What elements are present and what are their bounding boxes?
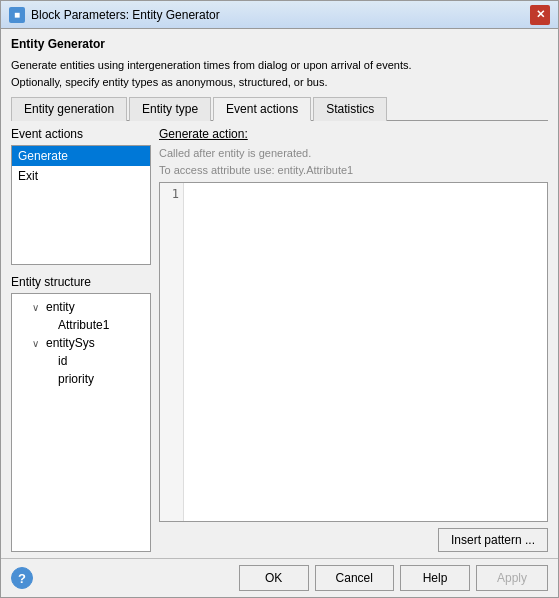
help-button[interactable]: Help bbox=[400, 565, 470, 591]
chevron-icon-entity: ∨ bbox=[32, 302, 44, 313]
tree-item-attribute1: Attribute1 bbox=[16, 316, 146, 334]
tab-entity-type[interactable]: Entity type bbox=[129, 97, 211, 121]
help-icon-button[interactable]: ? bbox=[11, 567, 33, 589]
left-panel: Event actions Generate Exit Entity struc… bbox=[11, 127, 151, 552]
bottom-bar: ? OK Cancel Help Apply bbox=[1, 558, 558, 597]
tab-event-actions[interactable]: Event actions bbox=[213, 97, 311, 121]
title-bar: ■ Block Parameters: Entity Generator ✕ bbox=[1, 1, 558, 29]
tree-item-priority: priority bbox=[16, 370, 146, 388]
hint-line1: Called after entity is generated. bbox=[159, 145, 548, 162]
right-panel: Generate action: Called after entity is … bbox=[159, 127, 548, 552]
chevron-icon-entitysys: ∨ bbox=[32, 338, 44, 349]
description: Generate entities using intergeneration … bbox=[11, 57, 548, 90]
tab-statistics[interactable]: Statistics bbox=[313, 97, 387, 121]
action-hint: Called after entity is generated. To acc… bbox=[159, 145, 548, 178]
title-bar-left: ■ Block Parameters: Entity Generator bbox=[9, 7, 220, 23]
event-list[interactable]: Generate Exit bbox=[11, 145, 151, 265]
tree-item-entity: ∨ entity bbox=[16, 298, 146, 316]
tabs-container: Entity generation Entity type Event acti… bbox=[11, 96, 548, 121]
window-title: Block Parameters: Entity Generator bbox=[31, 8, 220, 22]
code-editor[interactable]: 1 bbox=[159, 182, 548, 522]
description-line2: Optionally, specify entity types as anon… bbox=[11, 74, 548, 91]
window-icon: ■ bbox=[9, 7, 25, 23]
insert-pattern-button[interactable]: Insert pattern ... bbox=[438, 528, 548, 552]
entity-tree: ∨ entity Attribute1 ∨ entitySys id bbox=[11, 293, 151, 552]
tab-entity-generation[interactable]: Entity generation bbox=[11, 97, 127, 121]
generate-action-label: Generate action: bbox=[159, 127, 548, 141]
close-button[interactable]: ✕ bbox=[530, 5, 550, 25]
insert-pattern-row: Insert pattern ... bbox=[159, 528, 548, 552]
event-item-exit[interactable]: Exit bbox=[12, 166, 150, 186]
dialog-body: Entity Generator Generate entities using… bbox=[1, 29, 558, 558]
description-line1: Generate entities using intergeneration … bbox=[11, 57, 548, 74]
bottom-buttons: OK Cancel Help Apply bbox=[239, 565, 548, 591]
section-title: Entity Generator bbox=[11, 37, 548, 51]
apply-button[interactable]: Apply bbox=[476, 565, 548, 591]
code-input[interactable] bbox=[184, 183, 547, 521]
event-actions-label: Event actions bbox=[11, 127, 151, 141]
line-numbers: 1 bbox=[160, 183, 184, 521]
event-item-generate[interactable]: Generate bbox=[12, 146, 150, 166]
hint-line2: To access attribute use: entity.Attribut… bbox=[159, 162, 548, 179]
ok-button[interactable]: OK bbox=[239, 565, 309, 591]
tree-item-id: id bbox=[16, 352, 146, 370]
entity-structure-label: Entity structure bbox=[11, 275, 151, 289]
cancel-button[interactable]: Cancel bbox=[315, 565, 394, 591]
dialog-window: ■ Block Parameters: Entity Generator ✕ E… bbox=[0, 0, 559, 598]
main-content: Event actions Generate Exit Entity struc… bbox=[11, 127, 548, 552]
tree-item-entitysys: ∨ entitySys bbox=[16, 334, 146, 352]
